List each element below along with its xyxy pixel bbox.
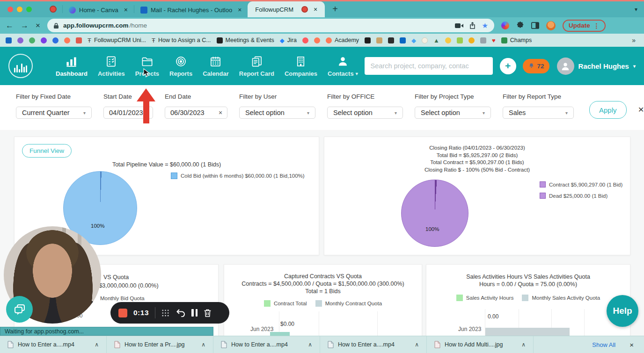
download-file-chip[interactable]: How to Enter a....mp4 ∧ bbox=[213, 336, 320, 353]
download-file-chip[interactable]: How to Enter a....mp4 ∧ bbox=[0, 336, 107, 353]
hubspot-bookmark-icon[interactable] bbox=[314, 37, 320, 43]
user-select[interactable]: Select option ▾ bbox=[239, 107, 315, 119]
nav-item-companies[interactable]: Companies bbox=[279, 55, 322, 77]
back-button[interactable]: ← bbox=[6, 22, 14, 29]
book-bookmark-icon[interactable] bbox=[376, 37, 382, 43]
extensions-puzzle-icon[interactable] bbox=[516, 22, 524, 29]
show-all-downloads-link[interactable]: Show All bbox=[592, 341, 629, 348]
bookmark-star-icon[interactable]: ★ bbox=[482, 22, 488, 30]
closing-legend-item[interactable]: Dead $25,000.00 (1 Bid) bbox=[540, 193, 622, 199]
close-filters-button[interactable]: × bbox=[638, 104, 644, 115]
sales-legend-item[interactable]: Monthly Sales Activity Quota bbox=[522, 295, 600, 301]
address-bar[interactable]: app.followupcrm.com /home ★ bbox=[47, 19, 494, 32]
forward-button[interactable]: → bbox=[21, 22, 29, 29]
hubspot-bookmark-icon[interactable] bbox=[64, 37, 70, 43]
tab-close-icon[interactable]: × bbox=[314, 6, 317, 13]
flower-bookmark-icon[interactable] bbox=[17, 37, 23, 43]
browser-menu-kebab-icon[interactable]: ⋮ bbox=[593, 22, 600, 29]
leaf-bookmark-icon[interactable] bbox=[29, 37, 35, 43]
sales-legend-item[interactable]: Sales Activity Hours bbox=[456, 295, 514, 301]
new-tab-button[interactable]: + bbox=[332, 4, 338, 14]
bookmarks-overflow-icon[interactable]: » bbox=[632, 36, 638, 44]
bookmark-academy[interactable]: Academy bbox=[326, 37, 359, 43]
blue-bookmark-icon[interactable] bbox=[52, 37, 59, 43]
end-date-input[interactable] bbox=[165, 109, 214, 116]
nav-item-contacts[interactable]: Contacts ▾ bbox=[322, 55, 363, 77]
stop-recording-button[interactable] bbox=[118, 309, 127, 317]
drag-handle-dots-icon[interactable] bbox=[161, 309, 169, 317]
undo-restart-icon[interactable] bbox=[176, 309, 185, 317]
bookmark-how-to-assign[interactable]: Ŧ How to Assign a C... bbox=[152, 37, 211, 43]
pause-recording-button[interactable] bbox=[191, 309, 198, 317]
microscope-bookmark-icon[interactable] bbox=[480, 37, 486, 43]
tab-home-canva[interactable]: Home - Canva × bbox=[63, 2, 134, 17]
funnel-bookmark-icon[interactable] bbox=[76, 37, 82, 43]
camera-icon[interactable] bbox=[455, 23, 463, 29]
diamond-bookmark-icon[interactable]: ◆ bbox=[411, 37, 416, 43]
clear-end-date-button[interactable]: × bbox=[214, 109, 227, 116]
window-controls[interactable] bbox=[0, 7, 37, 17]
nav-item-calendar[interactable]: Calendar bbox=[198, 55, 234, 77]
banana-bookmark-icon[interactable] bbox=[445, 37, 451, 43]
notification-badge[interactable]: 72 bbox=[523, 59, 549, 73]
funnel-view-button[interactable]: Funnel View bbox=[22, 144, 72, 158]
pipeline-legend-item[interactable]: Cold Bid (within 6 months) $60,000.00 (1… bbox=[171, 173, 305, 179]
nav-item-activities[interactable]: Activities bbox=[93, 55, 130, 77]
purple-bookmark-icon[interactable] bbox=[41, 37, 47, 43]
chevron-up-icon[interactable]: ∧ bbox=[201, 341, 205, 348]
user-menu[interactable]: Rachel Hughes ▾ bbox=[557, 58, 636, 75]
outlook-bookmark-icon[interactable] bbox=[6, 37, 12, 43]
send-bookmark-icon[interactable] bbox=[365, 37, 371, 43]
chevron-up-icon[interactable]: ∧ bbox=[95, 341, 99, 348]
report-type-select[interactable]: Sales ▾ bbox=[503, 107, 574, 119]
contracts-legend-item[interactable]: Monthly Contract Quota bbox=[315, 300, 382, 307]
chevron-up-icon[interactable]: ∧ bbox=[415, 341, 419, 348]
sidebar-panel-icon[interactable] bbox=[531, 22, 539, 29]
download-file-chip[interactable]: How to Enter a Pr....jpg ∧ bbox=[107, 336, 213, 353]
bookmark-champs[interactable]: Champs bbox=[501, 37, 532, 43]
chevron-up-icon[interactable]: ∧ bbox=[521, 341, 526, 348]
fixed-date-select[interactable]: Current Quarter ▾ bbox=[16, 107, 92, 119]
tab-followupcrm-active[interactable]: FollowupCRM × bbox=[248, 1, 325, 17]
share-icon[interactable] bbox=[469, 22, 476, 29]
nav-item-dashboard[interactable]: Dashboard bbox=[51, 55, 93, 77]
project-type-select[interactable]: Select option ▾ bbox=[415, 107, 491, 119]
sales-quota-bar[interactable] bbox=[485, 328, 570, 336]
bulb-bookmark-icon[interactable] bbox=[422, 37, 428, 43]
bookmark-jira[interactable]: ◆ Jira bbox=[280, 37, 297, 43]
bid-quota-legend-label[interactable]: Monthly Bid Quota bbox=[100, 295, 145, 301]
contracts-legend-item[interactable]: Contract Total bbox=[264, 300, 307, 307]
closing-pie-chart[interactable] bbox=[401, 180, 468, 247]
apply-filters-button[interactable]: Apply bbox=[589, 101, 627, 119]
help-button[interactable]: Help bbox=[607, 295, 638, 327]
update-browser-button[interactable]: Update ⋮ bbox=[563, 20, 606, 32]
extension-spinner-icon[interactable] bbox=[501, 22, 509, 29]
stop-load-button[interactable]: × bbox=[36, 22, 40, 29]
office-select[interactable]: Select option ▾ bbox=[327, 107, 403, 119]
close-window-button[interactable] bbox=[7, 7, 13, 12]
closing-legend-item[interactable]: Contract $5,900,297.00 (1 Bid) bbox=[540, 181, 622, 187]
bookmark-meetings-events[interactable]: Meetings & Events bbox=[217, 37, 274, 43]
search-input[interactable] bbox=[365, 57, 493, 75]
heart-bookmark-icon[interactable]: ♥ bbox=[492, 37, 496, 43]
linkedin-bookmark-icon[interactable] bbox=[400, 37, 406, 43]
close-downloads-bar-button[interactable]: × bbox=[629, 341, 644, 349]
graduation-cap-bookmark-icon[interactable] bbox=[388, 37, 394, 43]
zoom-window-button[interactable] bbox=[26, 7, 32, 12]
followupcrm-logo[interactable] bbox=[8, 54, 33, 78]
chevron-up-icon[interactable]: ∧ bbox=[308, 341, 312, 348]
nav-item-reports[interactable]: Reports bbox=[164, 55, 198, 77]
tab-close-icon[interactable]: × bbox=[238, 6, 242, 14]
tab-outlook-mail[interactable]: Mail - Rachel Hughes - Outloo × bbox=[134, 2, 248, 17]
chat-widget-button[interactable] bbox=[6, 296, 33, 323]
download-file-chip[interactable]: How to Add Multi....jpg ∧ bbox=[427, 336, 534, 353]
nav-item-report-card[interactable]: Report Card bbox=[234, 55, 279, 77]
minimize-window-button[interactable] bbox=[17, 7, 22, 12]
mountain-bookmark-icon[interactable]: ▲ bbox=[433, 37, 439, 43]
delete-recording-icon[interactable] bbox=[204, 309, 212, 317]
tab-close-icon[interactable]: × bbox=[124, 6, 128, 14]
calendar-bookmark-icon[interactable] bbox=[457, 37, 463, 43]
tab-search-chevron-icon[interactable]: ▾ bbox=[635, 6, 637, 13]
browser-profile-avatar[interactable] bbox=[546, 21, 556, 30]
add-new-button[interactable]: + bbox=[500, 58, 516, 74]
